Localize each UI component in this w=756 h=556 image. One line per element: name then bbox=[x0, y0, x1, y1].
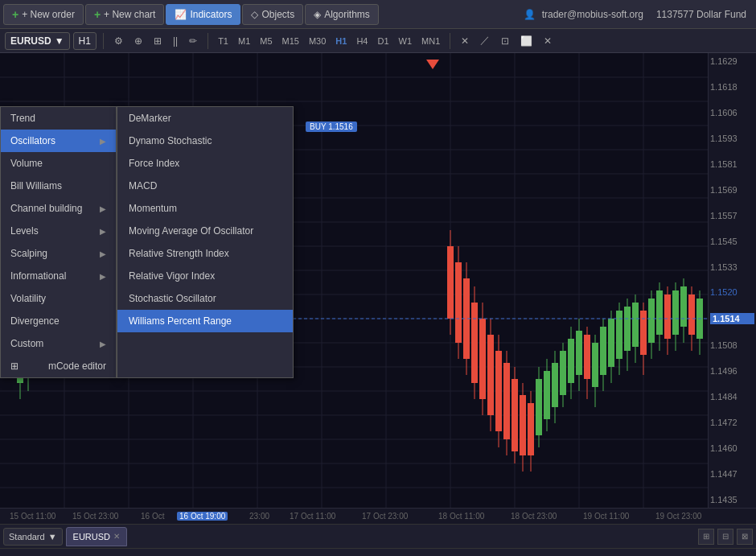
date-6: 17 Oct 11:00 bbox=[290, 512, 335, 521]
menu-demarker[interactable]: DeMarker bbox=[117, 107, 293, 130]
svg-rect-123 bbox=[680, 286, 687, 327]
menu-volume-label: Volume bbox=[10, 158, 43, 169]
standard-selector[interactable]: Standard ▼ bbox=[3, 528, 63, 546]
svg-rect-101 bbox=[592, 343, 598, 387]
tab-eurusd-label: EURUSD bbox=[73, 532, 110, 542]
svg-rect-75 bbox=[487, 335, 494, 415]
menu-williams-label: Williams Percent Range bbox=[129, 315, 232, 327]
tab-icon-split[interactable]: ⊟ bbox=[717, 529, 733, 545]
tab-eurusd[interactable]: EURUSD ✕ bbox=[66, 527, 127, 546]
zoom-btn[interactable]: ⊞ bbox=[150, 34, 166, 48]
menu-custom-arrow: ▶ bbox=[100, 340, 106, 348]
tab-icon-columns[interactable]: ⊠ bbox=[737, 529, 753, 545]
more-btn[interactable]: ⊡ bbox=[497, 34, 513, 48]
new-order-label: + New order bbox=[22, 9, 75, 20]
new-order-button[interactable]: + + New order bbox=[3, 4, 84, 25]
tab-eurusd-close[interactable]: ✕ bbox=[113, 532, 120, 541]
menu-levels[interactable]: Levels ▶ bbox=[1, 220, 116, 242]
objects-button[interactable]: ◇ Objects bbox=[242, 4, 303, 25]
m15-btn[interactable]: M15 bbox=[279, 35, 302, 47]
price-15: 1.1460 bbox=[710, 443, 754, 453]
h4-btn[interactable]: H4 bbox=[353, 35, 371, 47]
pencil-btn[interactable]: ✏ bbox=[185, 34, 201, 48]
close-btn[interactable]: ✕ bbox=[540, 34, 556, 48]
menu-rvi[interactable]: Relative Vigor Index bbox=[117, 265, 293, 287]
menu-bill-williams-label: Bill Williams bbox=[10, 180, 62, 192]
price-10: 1.1520 bbox=[710, 287, 754, 297]
menu-divergence-label: Divergence bbox=[10, 315, 60, 327]
timeframe-selector[interactable]: H1 bbox=[73, 32, 97, 50]
crosshair2-btn[interactable]: ✕ bbox=[457, 34, 473, 48]
svg-rect-97 bbox=[576, 331, 582, 375]
settings-btn[interactable]: ⚙ bbox=[110, 34, 127, 48]
new-chart-label: + New chart bbox=[104, 9, 155, 20]
menu-channel-building[interactable]: Channel building ▶ bbox=[1, 197, 116, 220]
m30-btn[interactable]: M30 bbox=[306, 35, 329, 47]
m1-btn[interactable]: M1 bbox=[235, 35, 253, 47]
account-info: 1137577 Dollar Fund bbox=[656, 9, 746, 20]
price-5: 1.1581 bbox=[710, 159, 754, 169]
menu-divergence[interactable]: Divergence bbox=[1, 310, 116, 332]
menu-informational[interactable]: Informational ▶ bbox=[1, 265, 116, 287]
menu-custom[interactable]: Custom ▶ bbox=[1, 332, 116, 355]
top-bar: + + New order + + New chart 📈 Indicators… bbox=[0, 0, 756, 29]
svg-rect-65 bbox=[447, 246, 454, 319]
menu-trend-label: Trend bbox=[10, 113, 35, 124]
menu-dynamo-stochastic[interactable]: Dynamo Stochastic bbox=[117, 130, 293, 152]
username: trader@mobius-soft.org bbox=[542, 9, 643, 20]
maximize-btn[interactable]: ⬜ bbox=[516, 34, 536, 48]
price-12: 1.1496 bbox=[710, 366, 754, 376]
buy-badge: BUY 1.1516 bbox=[306, 121, 357, 132]
menu-bill-williams[interactable]: Bill Williams bbox=[1, 175, 116, 197]
new-chart-button[interactable]: + + New chart bbox=[85, 4, 165, 25]
separator1 bbox=[103, 33, 104, 49]
menu-oscillators[interactable]: Oscillators ▶ bbox=[1, 130, 116, 152]
pair-selector[interactable]: EURUSD ▼ bbox=[5, 32, 70, 50]
svg-rect-93 bbox=[560, 351, 566, 395]
menu-volatility[interactable]: Volatility bbox=[1, 287, 116, 310]
menu-momentum[interactable]: Momentum bbox=[117, 197, 293, 220]
menu-scalping[interactable]: Scalping ▶ bbox=[1, 242, 116, 265]
mn1-btn[interactable]: MN1 bbox=[418, 35, 443, 47]
price-11: 1.1508 bbox=[710, 340, 754, 350]
menu-demarker-label: DeMarker bbox=[129, 113, 171, 124]
svg-rect-113 bbox=[640, 311, 647, 355]
menu-oscillators-label: Oscillators bbox=[10, 135, 55, 146]
svg-rect-103 bbox=[600, 327, 606, 375]
algorithms-button[interactable]: ◈ Algorithms bbox=[305, 4, 379, 25]
menu-momentum-label: Momentum bbox=[129, 203, 177, 214]
menu-scalping-label: Scalping bbox=[10, 248, 47, 259]
date-4: 16 Oct 19:00 bbox=[177, 512, 228, 521]
tab-icon-grid[interactable]: ⊞ bbox=[698, 529, 714, 545]
menu-williams[interactable]: Williams Percent Range bbox=[117, 310, 293, 332]
w1-btn[interactable]: W1 bbox=[396, 35, 416, 47]
menu-scalping-arrow: ▶ bbox=[100, 249, 106, 258]
h1-btn[interactable]: H1 bbox=[332, 35, 350, 47]
menu-custom-label: Custom bbox=[10, 338, 43, 349]
menu-volume[interactable]: Volume bbox=[1, 152, 116, 175]
zoom-out-btn[interactable]: || bbox=[169, 34, 182, 48]
menu-rsi-label: Relative Strength Index bbox=[129, 248, 229, 259]
price-2: 1.1618 bbox=[710, 82, 754, 92]
menu-mcode[interactable]: ⊞ mCode editor bbox=[1, 355, 116, 377]
menu-stochastic[interactable]: Stochastic Oscillator bbox=[117, 287, 293, 310]
m5-btn[interactable]: M5 bbox=[257, 35, 275, 47]
t1-btn[interactable]: T1 bbox=[215, 35, 232, 47]
price-axis: 1.1629 1.1618 1.1606 1.1593 1.1581 1.156… bbox=[708, 53, 756, 508]
price-17: 1.1435 bbox=[710, 495, 754, 505]
indicators-button[interactable]: 📈 Indicators bbox=[166, 4, 240, 25]
menu-channel-building-label: Channel building bbox=[10, 203, 82, 214]
menu-trend[interactable]: Trend bbox=[1, 107, 116, 130]
chart-area: BUY 1.1516 1.1629 1.1618 1.1606 1.1593 1… bbox=[0, 53, 756, 508]
menu-rsi[interactable]: Relative Strength Index bbox=[117, 242, 293, 265]
objects-icon: ◇ bbox=[251, 9, 258, 20]
user-info: 👤 trader@mobius-soft.org 1137577 Dollar … bbox=[524, 9, 753, 20]
price-16: 1.1447 bbox=[710, 469, 754, 479]
d1-btn[interactable]: D1 bbox=[374, 35, 392, 47]
menu-mao[interactable]: Moving Average Of Oscillator bbox=[117, 220, 293, 242]
svg-rect-71 bbox=[471, 303, 478, 383]
crosshair-btn[interactable]: ⊕ bbox=[130, 34, 146, 48]
menu-force-index[interactable]: Force Index bbox=[117, 152, 293, 175]
menu-macd[interactable]: MACD bbox=[117, 175, 293, 197]
line-btn[interactable]: ／ bbox=[476, 32, 494, 49]
